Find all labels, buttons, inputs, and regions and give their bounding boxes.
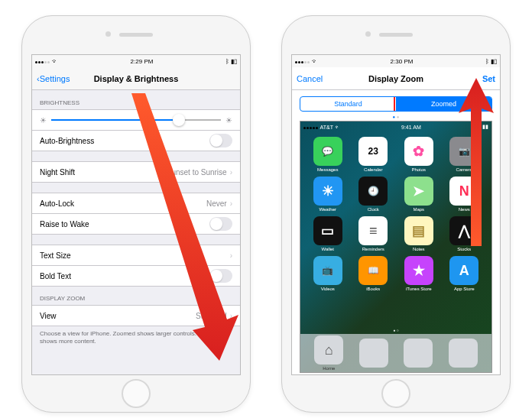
app-label: Weather — [319, 207, 336, 212]
set-button[interactable]: Set — [482, 74, 495, 83]
app-label: iBooks — [366, 287, 380, 291]
display-zoom-footer: Choose a view for iPhone. Zoomed shows l… — [32, 326, 240, 351]
home-button[interactable] — [381, 379, 410, 408]
view-value: Standard — [196, 312, 227, 320]
night-shift-label: Night Shift — [40, 168, 75, 177]
home-button[interactable] — [122, 379, 151, 408]
app-icon: 🕘 — [358, 177, 388, 206]
app-icon: 📷 — [449, 137, 478, 166]
night-shift-row[interactable]: Night Shift Sunset to Sunrise› — [32, 161, 240, 183]
brightness-slider-row: ☀ ☀ — [32, 109, 240, 131]
signal-dots-icon — [295, 58, 310, 65]
app-icon: N — [449, 177, 478, 206]
segment-zoomed[interactable]: Zoomed — [396, 97, 491, 111]
auto-brightness-row[interactable]: Auto-Brightness — [32, 130, 240, 151]
preview-status-bar: AT&T ᯤ 9:41 AM ▮▮ — [300, 122, 491, 132]
segment-standard[interactable]: Standard — [300, 97, 396, 111]
app-news: NNews — [443, 177, 486, 212]
screen-settings: ᯤ 2:29 PM ᛒ ▮▯ ‹ Settings Display & Brig… — [31, 54, 241, 375]
app-stocks: ⋀Stocks — [443, 216, 486, 251]
app-label: Notes — [413, 247, 425, 251]
preview-battery-icon: ▮▮ — [482, 124, 488, 130]
app-reminders: ≡Reminders — [352, 216, 395, 251]
raise-to-wake-row[interactable]: Raise to Wake — [32, 213, 240, 235]
app-icon: ⋀ — [449, 216, 478, 245]
app-grid: 💬Messages23Calendar✿Photos📷Camera☀Weathe… — [300, 132, 491, 296]
app-icon: 📖 — [358, 256, 388, 285]
auto-brightness-toggle[interactable] — [209, 134, 232, 147]
app-weather: ☀Weather — [307, 177, 349, 212]
app-label: Clock — [368, 207, 379, 212]
raise-to-wake-label: Raise to Wake — [40, 220, 89, 228]
app-icon: ▤ — [404, 216, 433, 245]
highlight-box — [394, 96, 492, 112]
cancel-button[interactable]: Cancel — [297, 74, 323, 83]
iphone-right: ᯤ 2:30 PM ᛒ ▮▯ Cancel Display Zoom Set S… — [281, 15, 511, 413]
wifi-icon: ᯤ — [52, 58, 58, 65]
app-icon: ➤ — [404, 177, 433, 206]
chevron-right-icon: › — [230, 251, 232, 260]
status-bar: ᯤ 2:29 PM ᛒ ▮▯ — [32, 55, 240, 67]
app-icon: ☀ — [313, 177, 342, 206]
app-photos: ✿Photos — [397, 137, 440, 172]
app-icon: ★ — [404, 256, 433, 285]
preview-page-dots: ● ○ — [300, 328, 491, 332]
dock-app: ⌂Home — [314, 335, 343, 371]
display-zoom-header: DISPLAY ZOOM — [32, 286, 240, 305]
view-label: View — [40, 312, 57, 320]
page-indicator: ● ● — [292, 115, 500, 119]
chevron-right-icon: › — [230, 168, 232, 177]
slider-thumb[interactable] — [173, 114, 185, 126]
app-icon: 📺 — [313, 256, 342, 285]
home-screen-preview: AT&T ᯤ 9:41 AM ▮▮ 💬Messages23Calendar✿Ph… — [300, 121, 492, 373]
bold-text-toggle[interactable] — [209, 269, 232, 283]
brightness-slider[interactable] — [51, 119, 221, 121]
app-icon: A — [449, 256, 478, 285]
nav-bar: Cancel Display Zoom Set — [292, 67, 500, 90]
app-label: Messages — [317, 167, 338, 172]
app-label: App Store — [454, 287, 475, 291]
app-icon: 23 — [358, 137, 388, 166]
preview-time: 9:41 AM — [401, 125, 421, 130]
signal-dots-icon — [35, 58, 50, 65]
app-notes: ▤Notes — [397, 216, 440, 251]
app-label: Wallet — [322, 247, 334, 251]
dock-app — [404, 339, 433, 368]
bluetooth-icon: ᛒ — [485, 58, 489, 65]
app-label: iTunes Store — [406, 287, 432, 291]
text-size-label: Text Size — [40, 251, 71, 260]
auto-lock-label: Auto-Lock — [40, 199, 74, 208]
dock-app — [449, 339, 478, 368]
status-time: 2:29 PM — [131, 58, 154, 65]
app-ibooks: 📖iBooks — [352, 256, 395, 291]
text-size-row[interactable]: Text Size › — [32, 245, 240, 266]
page-title: Display Zoom — [368, 74, 423, 83]
app-label: Reminders — [362, 247, 384, 251]
bold-text-row[interactable]: Bold Text — [32, 265, 240, 287]
night-shift-value: Sunset to Sunrise — [167, 168, 227, 177]
sun-low-icon: ☀ — [40, 116, 47, 125]
app-label: Calendar — [364, 167, 382, 172]
bluetooth-icon: ᛒ — [225, 58, 229, 65]
raise-to-wake-toggle[interactable] — [209, 217, 232, 231]
zoom-segmented-control[interactable]: Standard Zoomed — [300, 96, 492, 112]
app-maps: ➤Maps — [397, 177, 440, 212]
status-time: 2:30 PM — [391, 58, 414, 65]
dock-app — [359, 339, 388, 368]
front-camera — [365, 31, 371, 37]
back-label: Settings — [40, 74, 70, 83]
status-bar: ᯤ 2:30 PM ᛒ ▮▯ — [292, 55, 500, 67]
view-row[interactable]: View Standard› — [32, 305, 240, 326]
app-itunes-store: ★iTunes Store — [397, 256, 440, 291]
auto-brightness-label: Auto-Brightness — [40, 137, 94, 145]
phone-speaker — [379, 33, 413, 37]
app-icon: ▭ — [313, 216, 342, 245]
chevron-right-icon: › — [230, 199, 232, 208]
battery-icon: ▮▯ — [231, 58, 237, 65]
back-button[interactable]: ‹ Settings — [37, 74, 70, 83]
app-app-store: AApp Store — [443, 256, 486, 291]
app-label: Maps — [413, 207, 424, 212]
auto-lock-row[interactable]: Auto-Lock Never› — [32, 193, 240, 214]
battery-icon: ▮▯ — [491, 58, 497, 65]
app-label: Stocks — [457, 247, 471, 251]
